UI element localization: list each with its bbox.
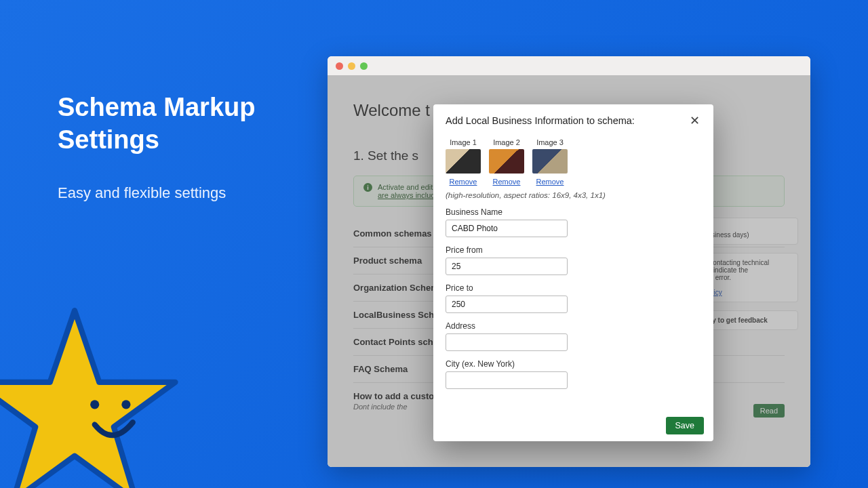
traffic-light-minimize[interactable]	[348, 62, 355, 70]
business-name-input[interactable]	[446, 220, 568, 237]
promo-subtitle: Easy and flexible settings	[58, 182, 275, 205]
local-business-modal: Add Local Business Information to schema…	[433, 104, 713, 441]
star-mascot	[0, 302, 186, 488]
field-address: Address	[446, 321, 701, 351]
city-input[interactable]	[446, 371, 568, 389]
close-icon[interactable]: ✕	[688, 114, 701, 127]
image-thumb-1[interactable]	[446, 149, 481, 174]
save-button[interactable]: Save	[666, 417, 705, 434]
field-price-to: Price to	[446, 283, 701, 313]
remove-image-3[interactable]: Remove	[532, 178, 568, 186]
modal-header: Add Local Business Information to schema…	[433, 104, 713, 134]
image-row: Image 1 Remove Image 2 Remove Image 3 Re…	[446, 138, 701, 186]
modal-footer: Save	[433, 410, 713, 441]
window-titlebar	[328, 56, 810, 75]
app-content: Welcome t 1. Set the s i Activate and ed…	[328, 75, 810, 467]
price-to-input[interactable]	[446, 296, 568, 313]
modal-body[interactable]: Image 1 Remove Image 2 Remove Image 3 Re…	[433, 134, 713, 410]
traffic-light-zoom[interactable]	[360, 62, 368, 70]
modal-title: Add Local Business Information to schema…	[446, 115, 635, 126]
field-business-name: Business Name	[446, 207, 701, 237]
svg-point-1	[90, 400, 99, 409]
field-city: City (ex. New York)	[446, 359, 701, 389]
remove-image-2[interactable]: Remove	[489, 178, 524, 186]
promo-title: Schema Markup Settings	[58, 92, 275, 156]
remove-image-1[interactable]: Remove	[446, 178, 481, 186]
price-from-input[interactable]	[446, 258, 568, 275]
traffic-light-close[interactable]	[336, 62, 343, 70]
field-price-from: Price from	[446, 245, 701, 275]
image-slot-2: Image 2 Remove	[489, 138, 524, 186]
address-input[interactable]	[446, 333, 568, 351]
image-thumb-3[interactable]	[532, 149, 568, 174]
image-slot-1: Image 1 Remove	[446, 138, 481, 186]
image-slot-3: Image 3 Remove	[532, 138, 568, 186]
image-hint: (high-resolution, aspect ratios: 16x9, 4…	[446, 191, 701, 199]
image-thumb-2[interactable]	[489, 149, 524, 174]
promo-block: Schema Markup Settings Easy and flexible…	[58, 92, 275, 205]
browser-window: Welcome t 1. Set the s i Activate and ed…	[328, 56, 810, 467]
svg-point-2	[121, 400, 130, 409]
svg-marker-0	[0, 310, 176, 488]
